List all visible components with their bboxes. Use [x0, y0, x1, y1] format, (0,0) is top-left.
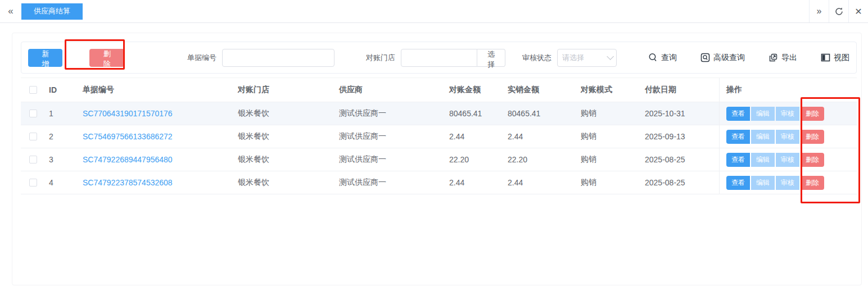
close-icon[interactable]: ✕: [848, 0, 868, 22]
cell-amount: 80465.41: [446, 109, 504, 118]
add-button[interactable]: 新增: [28, 49, 62, 67]
row-view-button[interactable]: 查看: [726, 107, 750, 121]
cell-id: 3: [46, 155, 79, 164]
refresh-icon[interactable]: [829, 0, 848, 22]
cell-actual: 2.44: [504, 178, 577, 187]
delete-button[interactable]: 删除: [89, 49, 124, 67]
doc-no-label: 单据编号: [187, 53, 216, 63]
search-button[interactable]: 查询: [648, 53, 677, 63]
cell-amount: 2.44: [446, 132, 504, 141]
row-audit-button[interactable]: 审核: [776, 153, 799, 167]
view-button[interactable]: 视图: [821, 53, 849, 63]
row-checkbox[interactable]: [29, 110, 37, 117]
doc-no-input[interactable]: [222, 49, 334, 67]
document-number-link[interactable]: SC747922378574532608: [83, 178, 173, 187]
audit-status-select[interactable]: 请选择: [557, 49, 617, 67]
row-edit-button[interactable]: 编辑: [751, 130, 775, 144]
cell-store: 银米餐饮: [234, 178, 336, 188]
row-delete-button[interactable]: 删除: [801, 107, 824, 121]
view-label: 视图: [834, 53, 849, 63]
row-view-button[interactable]: 查看: [726, 130, 750, 144]
table-body: 1 SC770643190171570176 银米餐饮 测试供应商一 80465…: [21, 102, 857, 194]
cell-actual: 80465.41: [504, 109, 577, 118]
cell-supplier: 测试供应商一: [336, 178, 446, 188]
cell-store: 银米餐饮: [234, 108, 336, 119]
search-icon: [648, 53, 658, 62]
cell-id: 4: [46, 178, 79, 187]
row-audit-button[interactable]: 审核: [776, 130, 799, 144]
header-amount: 对账金额: [446, 85, 504, 95]
row-delete-button[interactable]: 删除: [801, 153, 824, 167]
cell-supplier: 测试供应商一: [336, 131, 446, 142]
store-label: 对账门店: [366, 53, 395, 63]
cell-store: 银米餐饮: [234, 131, 336, 142]
cell-id: 2: [46, 132, 79, 141]
table-row: 4 SC747922378574532608 银米餐饮 测试供应商一 2.44 …: [21, 171, 857, 194]
header-store: 对账门店: [234, 85, 336, 95]
table-row: 1 SC770643190171570176 银米餐饮 测试供应商一 80465…: [21, 102, 857, 125]
row-delete-button[interactable]: 删除: [801, 176, 824, 190]
row-checkbox[interactable]: [29, 156, 37, 163]
store-select-button[interactable]: 选择: [477, 49, 505, 67]
tab-supplier-settlement[interactable]: 供应商结算: [21, 3, 83, 20]
table-header-row: ID 单据编号 对账门店 供应商 对账金额 实销金额 对账模式 付款日期 操作: [21, 78, 857, 102]
cell-id: 1: [46, 109, 79, 118]
header-pay-date: 付款日期: [641, 85, 719, 95]
search-label: 查询: [661, 53, 677, 63]
export-button[interactable]: 导出: [768, 53, 797, 63]
cell-amount: 22.20: [446, 155, 504, 164]
cell-mode: 购销: [577, 154, 641, 165]
table-row: 3 SC747922689447956480 银米餐饮 测试供应商一 22.20…: [21, 148, 857, 171]
header-code: 单据编号: [79, 85, 234, 95]
chevron-down-icon: [607, 53, 614, 60]
header-op: 操作: [719, 78, 857, 102]
cell-pay-date: 2025-10-31: [641, 109, 719, 118]
row-edit-button[interactable]: 编辑: [751, 107, 775, 121]
document-number-link[interactable]: SC754697566133686272: [83, 132, 173, 141]
row-checkbox[interactable]: [29, 133, 37, 140]
advanced-search-button[interactable]: 高级查询: [700, 53, 745, 63]
cell-mode: 购销: [577, 108, 641, 119]
content-card: 新增 删除 单据编号 对账门店 选择 审核状态 请选择: [12, 33, 862, 285]
audit-status-field: 审核状态 请选择: [522, 49, 617, 67]
row-edit-button[interactable]: 编辑: [751, 153, 775, 167]
cell-supplier: 测试供应商一: [336, 154, 446, 165]
collapse-sidebar-icon[interactable]: «: [0, 6, 21, 17]
document-number-link[interactable]: SC747922689447956480: [83, 155, 173, 164]
header-supplier: 供应商: [336, 85, 446, 95]
cell-actual: 22.20: [504, 155, 577, 164]
cell-supplier: 测试供应商一: [336, 108, 446, 119]
row-edit-button[interactable]: 编辑: [751, 176, 775, 190]
cell-amount: 2.44: [446, 178, 504, 187]
cell-pay-date: 2025-08-25: [641, 155, 719, 164]
settlement-table: ID 单据编号 对账门店 供应商 对账金额 实销金额 对账模式 付款日期 操作 …: [21, 78, 857, 194]
store-field: 对账门店 选择: [366, 49, 505, 67]
toolbar: 新增 删除 单据编号 对账门店 选择 审核状态 请选择: [21, 42, 857, 74]
expand-tabs-icon[interactable]: »: [809, 0, 829, 22]
header-actual: 实销金额: [504, 85, 577, 95]
advanced-search-label: 高级查询: [713, 53, 745, 63]
row-audit-button[interactable]: 审核: [776, 107, 799, 121]
row-audit-button[interactable]: 审核: [776, 176, 799, 190]
advanced-search-icon: [700, 53, 710, 62]
row-view-button[interactable]: 查看: [726, 153, 750, 167]
tab-bar-controls: » ✕: [809, 0, 868, 22]
row-view-button[interactable]: 查看: [726, 176, 750, 190]
audit-status-placeholder: 请选择: [562, 53, 607, 63]
cell-actual: 2.44: [504, 132, 577, 141]
supplier-settlement-page: « 供应商结算 » ✕ 新增 删除 单据编号 对账门店: [0, 0, 868, 291]
store-input[interactable]: [401, 49, 477, 67]
cell-pay-date: 2025-08-25: [641, 178, 719, 187]
row-delete-button[interactable]: 删除: [801, 130, 824, 144]
export-icon: [768, 53, 778, 62]
tab-bar: « 供应商结算 » ✕: [0, 0, 868, 23]
cell-pay-date: 2025-09-13: [641, 132, 719, 141]
row-checkbox[interactable]: [29, 179, 37, 187]
view-layout-icon: [821, 53, 830, 62]
table-row: 2 SC754697566133686272 银米餐饮 测试供应商一 2.44 …: [21, 125, 857, 148]
header-mode: 对账模式: [577, 85, 641, 95]
cell-mode: 购销: [577, 131, 641, 142]
select-all-checkbox[interactable]: [29, 86, 37, 94]
document-number-link[interactable]: SC770643190171570176: [83, 109, 173, 118]
doc-no-field: 单据编号: [187, 49, 334, 67]
